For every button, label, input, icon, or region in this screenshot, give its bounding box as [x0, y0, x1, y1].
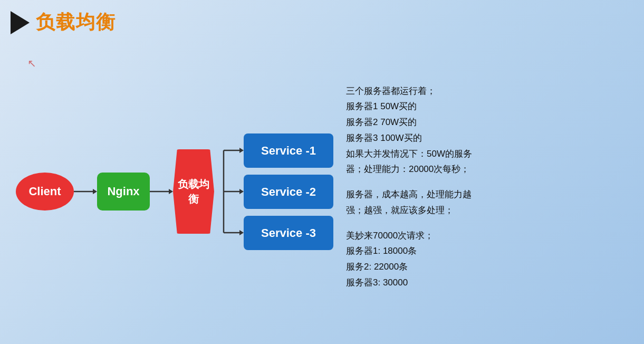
lb-node: 负载均衡 [173, 149, 214, 234]
services-branch: Service -1 Service -2 Service -3 [214, 131, 330, 252]
svg-marker-8 [239, 189, 244, 194]
svg-marker-6 [239, 148, 244, 153]
page-title: 负载均衡 [36, 9, 116, 35]
svg-marker-1 [93, 189, 97, 194]
text-block-1: 三个服务器都运行着； 服务器1 50W买的 服务器2 70W买的 服务器3 10… [346, 83, 633, 178]
nginx-to-lb-arrow [150, 187, 173, 196]
text-panel: 三个服务器都运行着； 服务器1 50W买的 服务器2 70W买的 服务器3 10… [330, 83, 633, 300]
svg-marker-3 [169, 189, 173, 194]
client-to-nginx-arrow [74, 187, 97, 196]
nginx-node: Nginx [97, 173, 150, 211]
main-content: Client Nginx 负载均衡 [0, 41, 644, 342]
arrow-icon [11, 11, 30, 34]
service-2-node: Service -2 [244, 175, 333, 209]
client-node: Client [16, 173, 74, 211]
page-header: 负载均衡 [0, 0, 644, 41]
text-block-3: 美妙来70000次请求； 服务器1: 18000条 服务2: 22000条 服务… [346, 228, 633, 291]
text-block-2: 服务器，成本越高，处理能力越 强；越强，就应该多处理； [346, 187, 633, 218]
service-1-node: Service -1 [244, 133, 333, 168]
service-3-node: Service -3 [244, 216, 333, 250]
svg-marker-10 [239, 230, 244, 235]
